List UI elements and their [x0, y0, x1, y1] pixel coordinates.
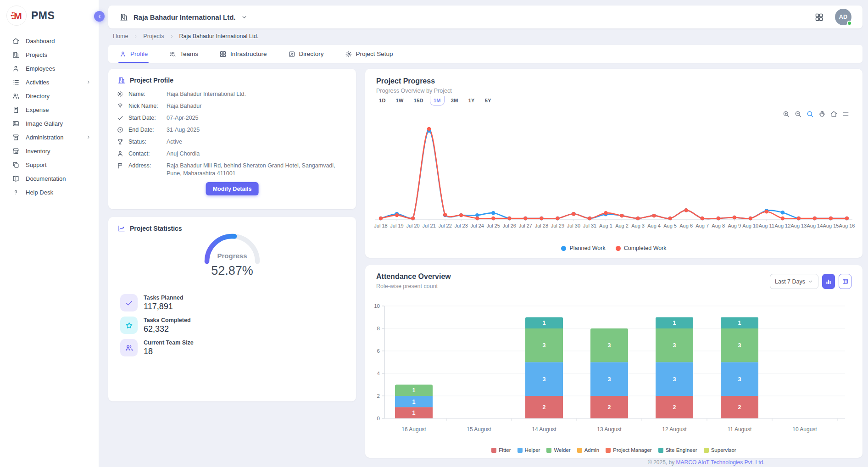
- legend-item-welder[interactable]: Welder: [546, 447, 570, 453]
- grid-icon: [814, 12, 824, 22]
- profile-field-label: Address:: [128, 162, 162, 170]
- breadcrumb-separator-icon: [133, 34, 138, 39]
- x-axis-label: 13 August: [597, 426, 622, 433]
- legend-swatch: [491, 448, 496, 453]
- progress-card-subtitle: Progress Overview by Project: [365, 85, 862, 94]
- logo-mark: M: [6, 6, 27, 26]
- stat-label: Current Team Size: [144, 339, 194, 346]
- tab-label: Infrastructure: [230, 50, 267, 57]
- bar-view-button[interactable]: [822, 274, 835, 289]
- sidebar-item-documentation[interactable]: Documentation: [0, 172, 99, 185]
- date-range-select[interactable]: Last 7 Days: [770, 274, 818, 289]
- x-axis-label: Jul 30: [567, 223, 580, 228]
- data-point: [829, 217, 833, 220]
- table-view-button[interactable]: [839, 274, 851, 289]
- x-axis-label: Aug 2: [615, 223, 629, 228]
- sidebar-item-label: Dashboard: [26, 38, 91, 44]
- legend-dot: [561, 246, 566, 251]
- profile-field-value: Raja Bahadur Mill Rd, behind Sheraton Gr…: [167, 162, 337, 178]
- tab-teams[interactable]: Teams: [169, 45, 198, 63]
- sidebar-item-inventory[interactable]: Inventory: [0, 144, 99, 158]
- legend-item-site-engineer[interactable]: Site Engineer: [658, 447, 697, 453]
- legend-item-fitter[interactable]: Fitter: [491, 447, 511, 453]
- x-axis-label: Aug 4: [647, 223, 661, 228]
- trophy-icon: [117, 138, 124, 145]
- x-axis-label: Jul 25: [487, 223, 500, 228]
- modify-details-button[interactable]: Modify Details: [206, 182, 259, 195]
- attendance-overview-card: Attendance Overview Role-wise present co…: [365, 265, 862, 458]
- x-axis-label: 12 August: [662, 426, 687, 433]
- data-point: [491, 211, 495, 215]
- tab-project-setup[interactable]: Project Setup: [345, 45, 393, 63]
- legend-item-project-manager[interactable]: Project Manager: [606, 447, 651, 453]
- footer: © 2025, by MARCO AIoT Technologies Pvt. …: [648, 459, 765, 466]
- top-header: Raja Bahadur International Ltd. AD: [108, 6, 862, 28]
- sidebar-item-label: Expense: [26, 106, 91, 113]
- copy-icon: [12, 161, 20, 169]
- company-selector[interactable]: Raja Bahadur International Ltd.: [119, 12, 248, 22]
- sidebar: M PMS DashboardProjectsEmployeesActiviti…: [0, 0, 99, 467]
- project-progress-chart[interactable]: Jul 18Jul 19Jul 20Jul 21Jul 22Jul 23Jul …: [365, 101, 862, 239]
- legend-item-supervisor[interactable]: Supervisor: [704, 447, 736, 453]
- sidebar-nav: DashboardProjectsEmployeesActivitiesDire…: [0, 34, 99, 199]
- tab-infrastructure[interactable]: Infrastructure: [219, 45, 267, 63]
- legend-item-admin[interactable]: Admin: [577, 447, 600, 453]
- chevron-down-icon: [241, 14, 248, 21]
- tab-directory[interactable]: Directory: [288, 45, 324, 63]
- gauge-label: Progress: [108, 252, 356, 260]
- x-axis-label: Aug 8: [712, 223, 725, 228]
- bar-value-label: 3: [608, 342, 611, 349]
- legend-label: Helper: [525, 447, 540, 453]
- sidebar-collapse-button[interactable]: [94, 11, 105, 22]
- sidebar-item-help-desk[interactable]: Help Desk: [0, 185, 99, 199]
- sidebar-item-projects[interactable]: Projects: [0, 48, 99, 61]
- stat-row-current-team-size: Current Team Size18: [120, 339, 194, 356]
- attendance-controls: Last 7 Days: [770, 274, 851, 289]
- people-icon: [12, 92, 20, 100]
- sidebar-item-administration[interactable]: Administration: [0, 130, 99, 144]
- profile-field-label: Start Date:: [128, 114, 162, 122]
- profile-field-label: Nick Name:: [128, 102, 162, 110]
- data-point: [604, 211, 607, 215]
- chevron-right-icon: [86, 79, 91, 85]
- footer-company-link[interactable]: MARCO AIoT Technologies Pvt. Ltd.: [676, 459, 765, 466]
- y-axis-label: 2: [377, 393, 380, 399]
- legend-label: Site Engineer: [666, 447, 697, 453]
- sidebar-item-directory[interactable]: Directory: [0, 89, 99, 103]
- sidebar-item-activities[interactable]: Activities: [0, 75, 99, 89]
- data-point: [379, 217, 383, 220]
- sidebar-item-expense[interactable]: Expense: [0, 103, 99, 117]
- profile-field-label: End Date:: [128, 126, 162, 134]
- x-axis-label: Jul 28: [535, 223, 548, 228]
- legend-item-planned-work[interactable]: Planned Work: [561, 245, 605, 251]
- sidebar-item-image-gallary[interactable]: Image Gallary: [0, 117, 99, 130]
- attendance-chart[interactable]: 024681011116 August15 August233114 Augus…: [365, 293, 862, 444]
- apps-grid-button[interactable]: [814, 12, 824, 22]
- tab-profile[interactable]: Profile: [119, 45, 148, 63]
- sidebar-item-support[interactable]: Support: [0, 158, 99, 172]
- profile-card-title: Project Profile: [130, 77, 173, 84]
- fingerprint-icon: [117, 102, 124, 110]
- sidebar-item-dashboard[interactable]: Dashboard: [0, 34, 99, 48]
- data-point: [523, 217, 527, 220]
- y-axis-label: 4: [377, 371, 380, 376]
- check-icon: [117, 114, 124, 122]
- bar-value-label: 3: [738, 342, 741, 349]
- profile-field-row: Address:Raja Bahadur Mill Rd, behind She…: [108, 162, 356, 178]
- legend-label: Fitter: [499, 447, 511, 453]
- x-axis-label: Jul 20: [406, 223, 419, 228]
- legend-item-completed-work[interactable]: Completed Work: [616, 245, 667, 251]
- profile-field-row: Start Date:07-Apr-2025: [108, 114, 356, 122]
- breadcrumb-item[interactable]: Projects: [143, 33, 164, 39]
- x-axis-label: Aug 15: [823, 223, 839, 228]
- archive-icon: [12, 133, 20, 141]
- chevron-right-icon: [86, 134, 91, 140]
- breadcrumb-item[interactable]: Home: [113, 33, 128, 39]
- sidebar-item-employees[interactable]: Employees: [0, 61, 99, 75]
- legend-item-helper[interactable]: Helper: [517, 447, 540, 453]
- x-axis-label: Jul 24: [471, 223, 484, 228]
- x-axis-label: Aug 13: [790, 223, 807, 228]
- chevron-down-icon: [241, 14, 248, 21]
- user-avatar[interactable]: AD: [835, 9, 851, 25]
- building-icon: [119, 12, 128, 22]
